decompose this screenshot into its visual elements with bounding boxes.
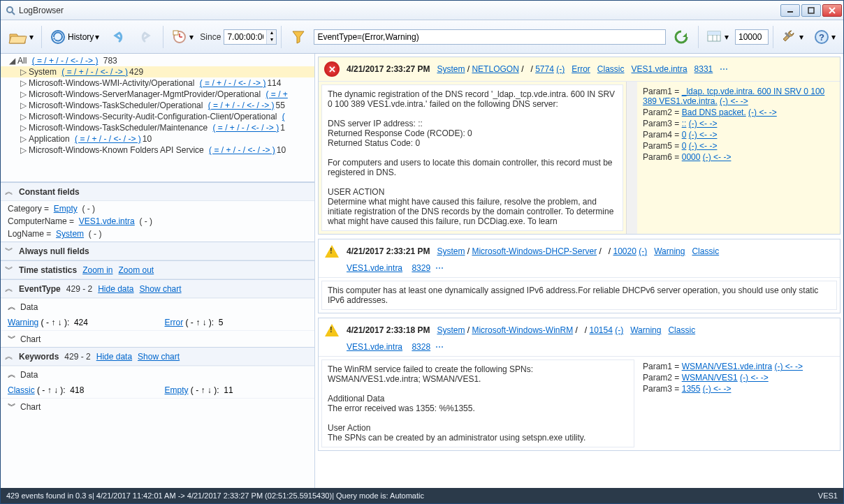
computer-value[interactable]: VES1.vde.intra [79,216,135,226]
param-ops[interactable]: (-) <- -> [689,119,718,128]
param-value[interactable]: WSMAN/VES1 [682,373,738,383]
event-id-ops[interactable]: (-) [615,325,623,335]
param-value[interactable]: 0000 [682,152,701,162]
tree-ops[interactable]: ( = / + / - / <- / -> ) [209,145,275,155]
limit-input[interactable] [735,29,769,45]
zoom-out-link[interactable]: Zoom out [119,265,154,275]
filter-input[interactable] [314,29,666,45]
event-record[interactable]: 8329 [412,263,430,273]
undo-button[interactable] [106,24,131,50]
event-computer[interactable]: VES1.vde.intra [347,342,402,352]
event-id[interactable]: 10020 [613,246,636,256]
event-id[interactable]: 10154 [589,325,612,335]
more-icon[interactable]: ⋯ [435,263,444,273]
param-ops[interactable]: (-) <- -> [703,152,732,162]
close-button[interactable] [822,4,842,17]
tree-item[interactable]: ▷ Microsoft-Windows-Security-Audit-Confi… [1,111,314,122]
param-value[interactable]: Bad DNS packet. [682,108,746,117]
event-level[interactable]: Warning [654,246,685,256]
panel-header[interactable]: ︾Always null fields [1,242,314,260]
event-source[interactable]: System [437,246,465,256]
tree-item[interactable]: ▷ Application ( = / + / - / <- / -> ) 10 [1,133,314,144]
panel-header[interactable]: ︽Constant fields [1,183,314,201]
time-range-button[interactable]: ▾ [168,24,197,50]
event-keyword[interactable]: Classic [692,246,719,256]
maximize-button[interactable] [801,4,821,17]
help-button[interactable]: ? ▾ [810,24,839,50]
param-ops[interactable]: (-) <- -> [703,384,732,394]
tree-item[interactable]: ▷ Microsoft-Windows-ServerManager-MgmtPr… [1,89,314,100]
tree-item[interactable]: ▷ Microsoft-Windows-WMI-Activity/Operati… [1,77,314,89]
event-record[interactable]: 8328 [412,342,430,352]
event-id-ops[interactable]: (-) [556,64,565,74]
hide-data-link[interactable]: Hide data [98,284,133,294]
event-provider[interactable]: Microsoft-Windows-DHCP-Server [472,246,597,256]
event-list[interactable]: ✕4/21/2017 2:33:27 PMSystem / NETLOGON /… [315,54,843,488]
redo-button[interactable] [133,24,159,50]
event-provider[interactable]: Microsoft-Windows-WinRM [472,325,573,335]
scrollbar[interactable] [626,82,637,234]
param-value[interactable]: 0 [682,130,687,140]
panel-header[interactable]: ︽ Keywords 429 - 2 Hide data Show chart [1,348,314,366]
tree-ops[interactable]: ( = / + / - / <- / -> ) [61,67,128,77]
logname-value[interactable]: System [56,229,84,239]
event-card[interactable]: 4/21/2017 2:33:18 PMSystem / Microsoft-W… [318,318,841,451]
tree-item[interactable]: ▷ Microsoft-Windows-TaskScheduler/Operat… [1,100,314,111]
tree[interactable]: ◢ All ( = / + / - / <- / -> ) 783 ▷ Syst… [1,54,314,182]
tree-ops[interactable]: ( [282,112,285,121]
event-keyword[interactable]: Classic [597,64,625,74]
event-level[interactable]: Error [572,64,590,74]
event-card[interactable]: ✕4/21/2017 2:33:27 PMSystem / NETLOGON /… [318,57,841,235]
open-button[interactable]: ▾ [5,24,37,50]
param-ops[interactable]: (-) <- -> [689,130,718,140]
tree-ops[interactable]: ( = / + / - / <- / -> ) [212,123,279,133]
tools-button[interactable]: ▾ [778,24,807,50]
tree-ops[interactable]: ( = / + / - / <- / -> ) [200,78,266,88]
event-id[interactable]: 5774 [535,64,554,74]
spin-up-icon[interactable]: ▴ [266,30,276,37]
param-ops[interactable]: (-) <- -> [720,96,748,106]
param-value[interactable]: :: [682,119,687,128]
warning-link[interactable]: Warning [8,318,38,327]
refresh-button[interactable] [669,24,694,50]
more-icon[interactable]: ⋯ [435,342,444,352]
columns-button[interactable]: ▾ [703,24,732,50]
tree-item[interactable]: ▷ Microsoft-Windows-Known Folders API Se… [1,144,314,156]
param-ops[interactable]: (-) <- -> [748,108,777,117]
panel-header[interactable]: ︾Time statistics Zoom in Zoom out [1,261,314,279]
event-source[interactable]: System [437,325,465,335]
param-ops[interactable]: (-) <- -> [740,373,769,383]
more-icon[interactable]: ⋯ [720,64,729,74]
param-value[interactable]: 0 [682,141,687,151]
classic-link[interactable]: Classic [8,385,35,395]
param-value[interactable]: 1355 [682,384,701,394]
tree-ops[interactable]: ( = / + / - / <- / -> ) [32,56,99,66]
category-value[interactable]: Empty [54,204,78,214]
tree-root[interactable]: ◢ All ( = / + / - / <- / -> ) 783 [1,55,314,66]
event-source[interactable]: System [437,64,465,74]
error-link[interactable]: Error [165,318,184,327]
filter-button[interactable] [286,24,311,50]
tree-ops[interactable]: ( = / + [265,89,287,99]
spin-down-icon[interactable]: ▾ [266,37,276,44]
since-spinner[interactable]: ▴▾ [224,29,277,45]
tree-ops[interactable]: ( = / + / - / <- / -> ) [75,134,141,144]
history-button[interactable]: History ▾ [46,24,103,50]
show-chart-link[interactable]: Show chart [138,352,180,362]
since-input[interactable] [224,30,266,44]
zoom-in-link[interactable]: Zoom in [82,265,112,275]
empty-link[interactable]: Empty [165,385,189,395]
show-chart-link[interactable]: Show chart [140,284,182,294]
event-record[interactable]: 8331 [694,64,713,74]
minimize-button[interactable] [780,4,800,17]
event-level[interactable]: Warning [630,325,661,335]
event-provider[interactable]: NETLOGON [472,64,518,74]
param-ops[interactable]: (-) <- -> [689,141,718,151]
hide-data-link[interactable]: Hide data [96,352,132,362]
param-value[interactable]: WSMAN/VES1.vde.intra [682,362,772,371]
event-computer[interactable]: VES1.vde.intra [347,263,402,273]
tree-item[interactable]: ▷ System ( = / + / - / <- / -> ) 429 [1,66,314,77]
tree-ops[interactable]: ( = / + / - / <- / -> ) [208,101,275,110]
event-id-ops[interactable]: (-) [639,246,647,256]
event-keyword[interactable]: Classic [668,325,695,335]
